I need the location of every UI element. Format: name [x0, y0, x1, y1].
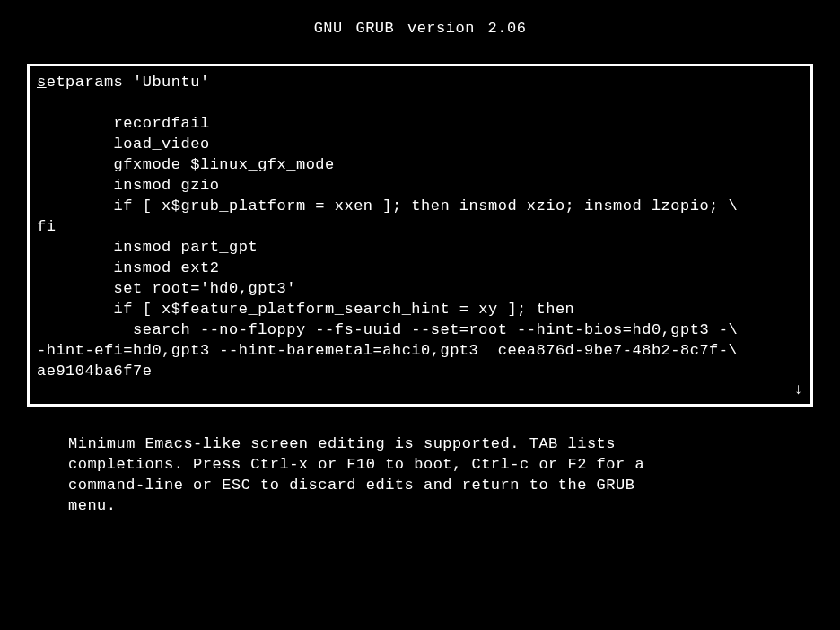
scroll-down-indicator: ↓ [793, 381, 803, 398]
editor-line-8: fi [37, 218, 56, 235]
grub-title: GNU GRUB version 2.06 [314, 20, 527, 37]
editor-line-5: gfxmode $linux_gfx_mode [37, 156, 335, 173]
editor-line-15: ae9104ba6f7e [37, 363, 152, 380]
grub-header: GNU GRUB version 2.06 [0, 0, 840, 64]
editor-line-4: load_video [37, 136, 210, 153]
editor-line-12: if [ x$feature_platform_search_hint = xy… [37, 301, 574, 318]
editor-line-13: search --no-floppy --fs-uuid --set=root … [37, 321, 738, 338]
editor-line-11: set root='hd0,gpt3' [37, 280, 296, 297]
editor-line-9: insmod part_gpt [37, 239, 258, 256]
editor-line-3: recordfail [37, 115, 210, 132]
help-text: Minimum Emacs-like screen editing is sup… [68, 433, 772, 516]
editor-line-14: -hint-efi=hd0,gpt3 --hint-baremetal=ahci… [37, 342, 738, 359]
editor-line-6: insmod gzio [37, 177, 219, 194]
cursor-char: s [37, 74, 47, 91]
grub-editor[interactable]: setparams 'Ubuntu' recordfail load_video… [27, 64, 813, 407]
editor-line-1-rest: etparams 'Ubuntu' [47, 74, 210, 91]
editor-line-7: if [ x$grub_platform = xxen ]; then insm… [37, 197, 738, 214]
editor-line-10: insmod ext2 [37, 259, 219, 276]
editor-content[interactable]: setparams 'Ubuntu' recordfail load_video… [37, 72, 805, 381]
